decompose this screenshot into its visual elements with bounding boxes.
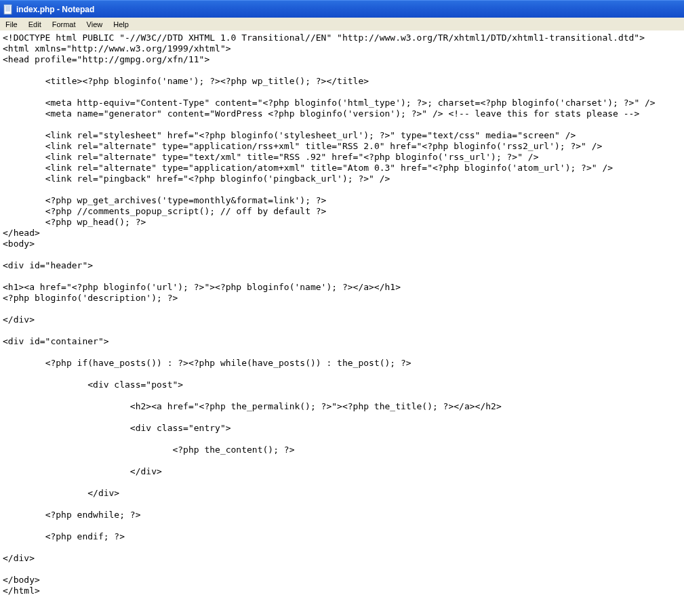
window-title: index.php - Notepad <box>16 5 94 14</box>
text-editor-area[interactable]: <!DOCTYPE html PUBLIC "-//W3C//DTD XHTML… <box>0 31 684 616</box>
menu-help[interactable]: Help <box>108 19 134 30</box>
notepad-icon <box>3 4 14 15</box>
menu-edit[interactable]: Edit <box>23 19 47 30</box>
window-titlebar[interactable]: index.php - Notepad <box>0 0 684 18</box>
menu-file[interactable]: File <box>0 19 23 30</box>
menu-bar: File Edit Format View Help <box>0 18 684 31</box>
menu-format[interactable]: Format <box>47 19 81 30</box>
svg-rect-5 <box>4 5 12 6</box>
menu-view[interactable]: View <box>81 19 108 30</box>
